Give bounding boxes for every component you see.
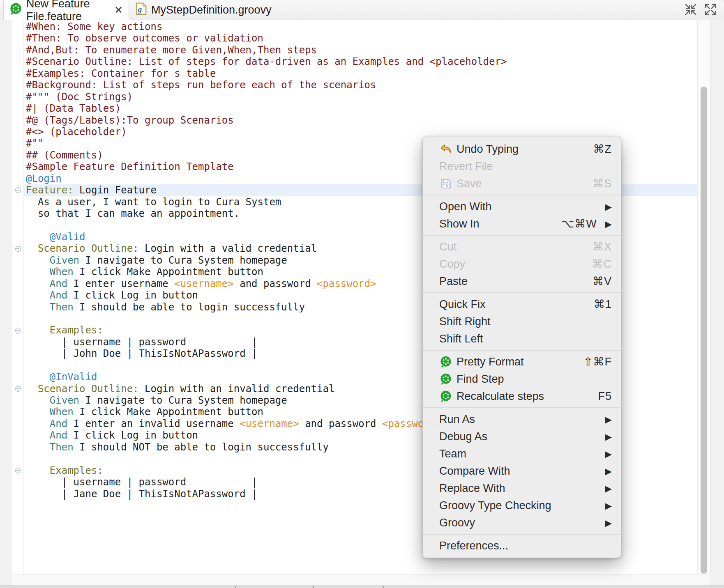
- tab-label: New Feature File.feature: [26, 0, 108, 23]
- menu-separator: [423, 534, 621, 535]
- menu-item-preferences[interactable]: Preferences...: [423, 537, 621, 554]
- menu-separator: [423, 195, 621, 195]
- menu-item-label: Cut: [439, 241, 457, 253]
- menu-item-label: Groovy: [439, 517, 475, 529]
- context-menu: Undo Typing⌘ZRevert FileSave⌘SOpen With▶…: [422, 137, 621, 558]
- menu-separator: [423, 292, 621, 293]
- submenu-arrow-icon: ▶: [605, 415, 612, 424]
- submenu-arrow-icon: ▶: [605, 450, 612, 458]
- svg-text:g: g: [138, 5, 142, 14]
- fold-collapse-icon[interactable]: [15, 386, 21, 392]
- code-line: #And,But: To enumerate more Given,When,T…: [24, 44, 698, 56]
- tab-close-icon[interactable]: ✕: [114, 4, 123, 16]
- menu-item-label: Save: [457, 177, 482, 190]
- menu-item-label: Shift Left: [439, 333, 483, 345]
- tab-label: MyStepDefinition.groovy: [151, 4, 272, 16]
- code-line: #<> (placeholder): [24, 126, 698, 138]
- menu-shortcut: ⌘1: [594, 298, 612, 311]
- menu-item-label: Pretty Format: [457, 356, 524, 368]
- menu-item-label: Shift Right: [439, 315, 491, 328]
- horizontal-scrollbar[interactable]: [12, 574, 710, 586]
- editor-tab-bar: g MyStepDefinition.groovy New Feature Fi…: [0, 0, 724, 20]
- menu-item-open-with[interactable]: Open With▶: [423, 198, 621, 215]
- menu-item-shift-right[interactable]: Shift Right: [423, 313, 621, 330]
- menu-item-copy: Copy⌘C: [423, 255, 621, 273]
- menu-item-quick-fix[interactable]: Quick Fix⌘1: [423, 296, 621, 313]
- cucumber-icon: [439, 372, 452, 386]
- cucumber-icon: [9, 2, 22, 18]
- menu-item-run-as[interactable]: Run As▶: [423, 411, 621, 428]
- menu-shortcut: ⌘V: [593, 275, 612, 288]
- fold-collapse-icon[interactable]: [15, 187, 21, 193]
- code-line: #Then: To observe outcomes or validation: [24, 32, 698, 44]
- menu-item-label: Find Step: [457, 373, 504, 386]
- menu-item-label: Replace With: [439, 482, 505, 495]
- menu-item-team[interactable]: Team▶: [423, 445, 621, 462]
- submenu-arrow-icon: ▶: [605, 220, 612, 228]
- menu-item-label: Open With: [439, 200, 492, 213]
- menu-item-undo-typing[interactable]: Undo Typing⌘Z: [423, 140, 621, 158]
- menu-separator: [423, 235, 621, 236]
- menu-shortcut: ⇧⌘F: [583, 355, 612, 368]
- menu-item-find-step[interactable]: Find Step: [423, 370, 621, 388]
- maximize-button[interactable]: [703, 3, 717, 17]
- menu-item-label: Paste: [439, 275, 468, 288]
- status-bar-edge: [0, 586, 724, 588]
- code-line: #When: Some key actions: [24, 21, 698, 32]
- menu-item-label: Show In: [439, 218, 480, 230]
- fold-collapse-icon[interactable]: [15, 328, 21, 333]
- cucumber-icon: [439, 390, 452, 403]
- menu-item-label: Preferences...: [439, 540, 508, 552]
- minimize-button[interactable]: [684, 3, 698, 17]
- menu-item-save: Save⌘S: [423, 175, 621, 192]
- code-line: #Scenario Outline: List of steps for dat…: [24, 56, 698, 67]
- menu-item-label: Run As: [439, 413, 475, 426]
- vertical-scrollbar[interactable]: [697, 20, 710, 574]
- menu-item-pretty-format[interactable]: Pretty Format⇧⌘F: [423, 353, 621, 370]
- tab-mystepdefinition-groovy[interactable]: g MyStepDefinition.groovy: [130, 0, 277, 20]
- menu-item-label: Groovy Type Checking: [439, 499, 551, 512]
- fold-collapse-icon[interactable]: [15, 468, 21, 473]
- tab-new-feature-file[interactable]: New Feature File.feature ✕: [3, 0, 129, 20]
- fold-collapse-icon[interactable]: [15, 246, 21, 252]
- menu-item-label: Debug As: [439, 430, 487, 443]
- menu-item-debug-as[interactable]: Debug As▶: [423, 428, 621, 445]
- minimize-arrows-icon: [684, 3, 697, 18]
- groovy-file-icon: g: [136, 2, 147, 18]
- menu-item-replace-with[interactable]: Replace With▶: [423, 480, 621, 497]
- code-line: #Background: List of steps run before ea…: [24, 79, 698, 91]
- submenu-arrow-icon: ▶: [605, 467, 612, 475]
- cucumber-icon: [439, 355, 452, 368]
- menu-item-show-in[interactable]: Show In⌥⌘W▶: [423, 215, 621, 232]
- menu-item-groovy[interactable]: Groovy▶: [423, 514, 621, 531]
- submenu-arrow-icon: ▶: [605, 484, 612, 493]
- menu-item-recalculate-steps[interactable]: Recalculate stepsF5: [423, 388, 621, 405]
- menu-item-label: Undo Typing: [457, 143, 519, 156]
- menu-item-paste[interactable]: Paste⌘V: [423, 273, 621, 290]
- submenu-arrow-icon: ▶: [605, 501, 612, 510]
- code-line: #Examples: Container for s table: [24, 68, 698, 79]
- menu-item-compare-with[interactable]: Compare With▶: [423, 462, 621, 480]
- vertical-scrollbar-thumb[interactable]: [701, 87, 707, 574]
- fold-gutter: [12, 20, 24, 574]
- menu-item-label: Recalculate steps: [457, 390, 544, 403]
- menu-item-label: Compare With: [439, 465, 510, 478]
- menu-shortcut: F5: [598, 390, 612, 403]
- menu-shortcut: ⌘C: [592, 257, 612, 271]
- menu-item-label: Revert File: [439, 160, 493, 173]
- submenu-arrow-icon: ▶: [605, 202, 612, 211]
- menu-item-groovy-type-checking[interactable]: Groovy Type Checking▶: [423, 497, 621, 514]
- menu-separator: [423, 350, 621, 351]
- menu-shortcut: ⌘Z: [593, 142, 612, 156]
- menu-separator: [423, 407, 621, 408]
- submenu-arrow-icon: ▶: [605, 519, 612, 527]
- menu-item-cut: Cut⌘X: [423, 238, 621, 255]
- menu-item-shift-left[interactable]: Shift Left: [423, 330, 621, 347]
- menu-shortcut: ⌥⌘W: [561, 217, 597, 230]
- submenu-arrow-icon: ▶: [605, 432, 612, 441]
- menu-item-label: Team: [439, 448, 466, 460]
- eclipse-editor-area: g MyStepDefinition.groovy New Feature Fi…: [0, 0, 724, 588]
- menu-item-label: Quick Fix: [439, 298, 486, 311]
- maximize-arrows-icon: [704, 3, 717, 18]
- menu-item-revert-file: Revert File: [423, 158, 621, 175]
